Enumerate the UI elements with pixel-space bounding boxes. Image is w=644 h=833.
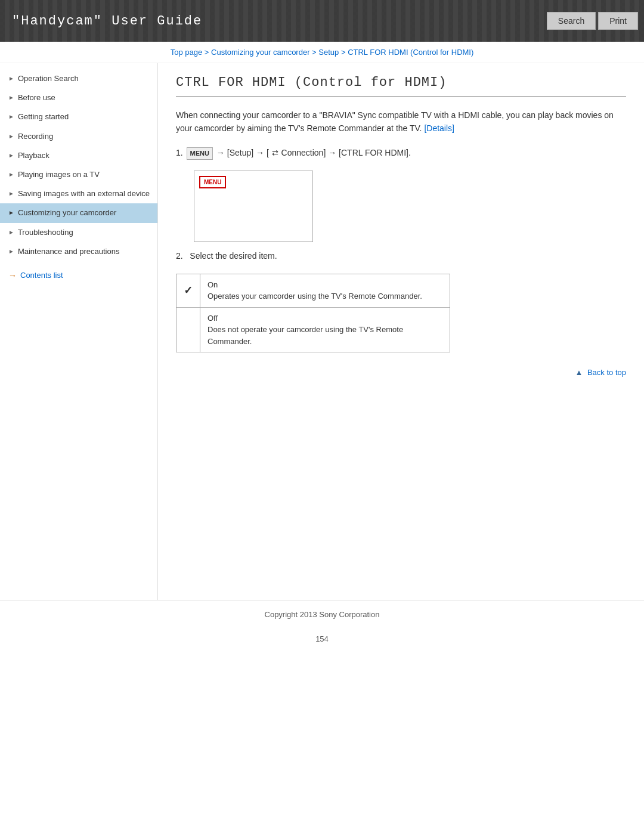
sidebar-item-label: Getting started (18, 112, 69, 122)
arrow-icon: ► (8, 247, 14, 256)
back-to-top: ▲ Back to top (176, 362, 626, 383)
sidebar-item-label: Saving images with an external device (18, 188, 150, 199)
breadcrumb-customizing[interactable]: Customizing your camcorder (211, 48, 309, 57)
arrow-icon: ► (8, 209, 14, 217)
back-to-top-label: Back to top (587, 368, 626, 377)
page-title: CTRL FOR HDMI (Control for HDMI) (176, 75, 626, 97)
option-off-name: Off (208, 312, 442, 324)
contents-list-label: Contents list (20, 271, 63, 280)
breadcrumb-separator-2: > (312, 48, 318, 57)
arrow-icon: ► (8, 113, 14, 121)
breadcrumb: Top page > Customizing your camcorder > … (0, 42, 644, 63)
sidebar-item-getting-started[interactable]: ► Getting started (0, 107, 157, 126)
option-on-desc: Operates your camcorder using the TV's R… (208, 290, 442, 302)
option-off-cell: Off Does not operate your camcorder usin… (200, 307, 450, 352)
sidebar-item-label: Operation Search (18, 73, 79, 84)
option-on-cell: On Operates your camcorder using the TV'… (200, 274, 450, 307)
breadcrumb-ctrl-hdmi[interactable]: CTRL FOR HDMI (Control for HDMI) (348, 48, 473, 57)
page-number: 154 (0, 628, 644, 655)
table-row: ✓ On Operates your camcorder using the T… (177, 274, 450, 307)
content-area: CTRL FOR HDMI (Control for HDMI) When co… (158, 63, 644, 600)
main-layout: ► Operation Search ► Before use ► Gettin… (0, 63, 644, 600)
sidebar-item-label: Maintenance and precautions (18, 246, 120, 257)
breadcrumb-separator-1: > (205, 48, 211, 57)
sidebar-item-label: Customizing your camcorder (18, 208, 116, 218)
connection-icon: ⇄ (272, 147, 278, 160)
arrow-icon: ► (8, 151, 14, 160)
arrow-icon: ► (8, 190, 14, 198)
sidebar-item-label: Troubleshooting (18, 227, 73, 238)
step-1-text2: Connection] → [CTRL FOR HDMI]. (281, 148, 411, 157)
sidebar-item-label: Playing images on a TV (18, 169, 100, 180)
contents-list-link[interactable]: → Contents list (0, 265, 157, 286)
step-2-number: 2. (176, 251, 183, 261)
sidebar-item-recording[interactable]: ► Recording (0, 127, 157, 146)
intro-text: When connecting your camcorder to a "BRA… (176, 109, 626, 135)
breadcrumb-setup[interactable]: Setup (318, 48, 339, 57)
sidebar: ► Operation Search ► Before use ► Gettin… (0, 63, 158, 600)
sidebar-item-label: Before use (18, 92, 55, 103)
menu-screenshot: MENU (194, 171, 313, 242)
site-title: "Handycam" User Guide (0, 0, 214, 42)
intro-text-content: When connecting your camcorder to a "BRA… (176, 110, 614, 133)
step-1: 1. MENU → [Setup] → [ ⇄ Connection] → [C… (176, 146, 626, 160)
menu-button-icon: MENU (187, 147, 213, 160)
arrow-icon: ► (8, 75, 14, 83)
breadcrumb-separator-3: > (341, 48, 348, 57)
sidebar-item-label: Recording (18, 131, 53, 142)
sidebar-item-troubleshooting[interactable]: ► Troubleshooting (0, 223, 157, 242)
option-off-desc: Does not operate your camcorder using th… (208, 324, 442, 347)
search-button[interactable]: Search (547, 12, 596, 30)
sidebar-item-before-use[interactable]: ► Before use (0, 88, 157, 107)
arrow-icon: ► (8, 171, 14, 179)
footer: Copyright 2013 Sony Corporation (0, 600, 644, 628)
breadcrumb-top-page[interactable]: Top page (171, 48, 203, 57)
options-table: ✓ On Operates your camcorder using the T… (176, 274, 450, 353)
menu-screenshot-label: MENU (199, 176, 226, 188)
header-buttons: Search Print (547, 0, 644, 42)
arrow-icon: ► (8, 228, 14, 237)
option-check-off (177, 307, 200, 352)
step-2: 2. Select the desired item. (176, 249, 626, 262)
table-row: Off Does not operate your camcorder usin… (177, 307, 450, 352)
sidebar-item-customizing[interactable]: ► Customizing your camcorder (0, 203, 157, 222)
details-link[interactable]: [Details] (424, 123, 454, 133)
step-1-text: → [Setup] → [ (216, 148, 269, 157)
sidebar-item-maintenance[interactable]: ► Maintenance and precautions (0, 242, 157, 261)
header: "Handycam" User Guide Search Print (0, 0, 644, 42)
copyright-text: Copyright 2013 Sony Corporation (265, 610, 380, 619)
arrow-icon: ► (8, 94, 14, 102)
sidebar-item-saving-images[interactable]: ► Saving images with an external device (0, 184, 157, 203)
back-to-top-arrow-icon: ▲ (575, 368, 583, 377)
print-button[interactable]: Print (598, 12, 638, 30)
option-on-name: On (208, 279, 442, 291)
back-to-top-link[interactable]: ▲ Back to top (575, 368, 626, 377)
step-1-number: 1. (176, 148, 183, 157)
sidebar-item-playing-images[interactable]: ► Playing images on a TV (0, 165, 157, 184)
sidebar-item-playback[interactable]: ► Playback (0, 146, 157, 165)
arrow-icon: ► (8, 132, 14, 141)
sidebar-item-label: Playback (18, 150, 49, 161)
contents-list-arrow-icon: → (8, 271, 17, 280)
step-2-text: Select the desired item. (190, 251, 277, 261)
sidebar-item-operation-search[interactable]: ► Operation Search (0, 69, 157, 88)
option-check-on: ✓ (177, 274, 200, 307)
